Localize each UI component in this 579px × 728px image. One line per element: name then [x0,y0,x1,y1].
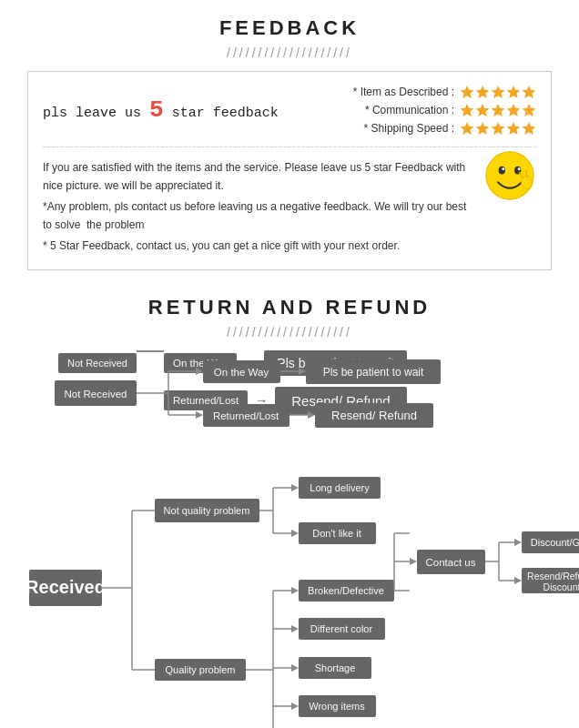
star-s2 [475,121,490,136]
star-c2 [475,103,490,117]
svg-marker-66 [291,587,299,594]
feedback-title: FEEDBACK [27,16,552,40]
pls-leave-text: pls leave us [43,106,149,121]
star-s1 [460,121,474,136]
svg-marker-53 [291,484,299,491]
svg-marker-7 [492,105,504,116]
svg-point-18 [502,167,504,170]
feedback-line-1: If you are satisfied with the items and … [43,158,536,196]
emoji-face [483,149,536,207]
rating-row-communication: * Communication : [345,103,536,117]
svg-marker-10 [461,123,473,135]
star-c5 [522,103,536,117]
svg-marker-29 [196,368,203,375]
stars-item-described [460,85,536,99]
feedback-body: If you are satisfied with the items and … [43,158,536,255]
star-c4 [506,103,521,117]
not-received-svg-flow: Not Received On the Way Pls be patient t… [27,351,552,442]
star-s5 [522,121,536,136]
star-s3 [491,121,505,136]
svg-text:Received: Received [25,577,106,597]
svg-marker-93 [514,577,522,584]
svg-text:Resend/ Refund: Resend/ Refund [331,409,417,422]
return-refund-section: RETURN AND REFUND //////////////////// N… [0,279,579,728]
svg-marker-74 [291,664,299,672]
svg-marker-57 [291,530,299,537]
svg-marker-12 [492,123,504,135]
svg-text:Different color: Different color [310,623,373,634]
svg-point-16 [499,167,505,175]
svg-point-19 [518,167,521,170]
svg-marker-13 [507,123,520,135]
feedback-line-3: * 5 Star Feedback, contact us, you can g… [43,237,536,255]
return-title: RETURN AND REFUND [27,296,552,319]
feedback-left-text: pls leave us 5 star feedback [43,96,279,124]
feedback-line-2: *Any problem, pls contact us before leav… [43,197,536,235]
rating-label-shipping: * Shipping Speed : [345,122,454,135]
svg-marker-78 [291,703,299,710]
received-svg-flow: Received Not quality problem Long delive… [27,460,552,728]
svg-marker-1 [476,86,489,98]
rating-row-item-described: * Item as Described : [345,85,536,99]
star-2 [475,85,490,99]
star-1 [460,85,474,99]
stars-communication [460,103,536,117]
star-c1 [460,103,474,117]
star-s4 [506,121,521,136]
svg-marker-2 [492,86,504,98]
svg-marker-34 [299,368,306,375]
svg-marker-85 [410,558,417,565]
svg-marker-5 [461,105,473,116]
svg-text:Long delivery: Long delivery [310,482,370,493]
rating-label-communication: * Communication : [345,104,454,116]
svg-text:Discount: Discount [543,581,579,592]
svg-marker-4 [523,86,535,98]
svg-text:Shortage: Shortage [315,662,356,673]
svg-marker-14 [523,123,535,135]
svg-text:Quality problem: Quality problem [165,664,235,675]
svg-text:Discount/Gifts: Discount/Gifts [531,537,579,548]
svg-marker-6 [476,105,489,116]
star-5 [522,85,536,99]
svg-marker-3 [507,86,520,98]
stars-shipping [460,121,536,136]
star-c3 [491,103,505,117]
svg-text:Not quality problem: Not quality problem [164,505,250,516]
svg-marker-40 [308,411,315,419]
svg-text:Returned/Lost: Returned/Lost [213,410,279,421]
star-feedback-text: star feedback [172,106,279,121]
feedback-top: pls leave us 5 star feedback * Item as D… [43,85,536,147]
rating-row-shipping: * Shipping Speed : [345,121,536,136]
svg-text:Resend/Refund/: Resend/Refund/ [527,571,579,581]
svg-marker-11 [476,123,489,135]
svg-text:Don't like it: Don't like it [312,528,361,539]
svg-marker-30 [196,411,203,419]
svg-marker-70 [291,625,299,632]
star-number: 5 [149,96,164,124]
rating-label-item: * Item as Described : [345,86,454,98]
svg-text:Not Received: Not Received [64,389,127,399]
svg-marker-9 [523,105,535,116]
svg-marker-0 [461,86,473,98]
ratings-container: * Item as Described : * Communication : [345,85,536,136]
return-divider: //////////////////// [27,325,552,339]
svg-text:Contact us: Contact us [426,557,476,568]
svg-text:Broken/Defective: Broken/Defective [308,585,384,596]
svg-text:Wrong items: Wrong items [309,701,365,712]
svg-text:On the Way: On the Way [214,367,269,378]
star-4 [506,85,521,99]
svg-marker-8 [507,105,520,116]
feedback-divider: //////////////////// [27,46,552,60]
feedback-box: pls leave us 5 star feedback * Item as D… [27,71,552,270]
svg-text:Pls be patient to wait: Pls be patient to wait [323,366,424,379]
svg-marker-92 [514,539,522,546]
feedback-section: FEEDBACK //////////////////// pls leave … [0,0,579,279]
star-3 [491,85,505,99]
